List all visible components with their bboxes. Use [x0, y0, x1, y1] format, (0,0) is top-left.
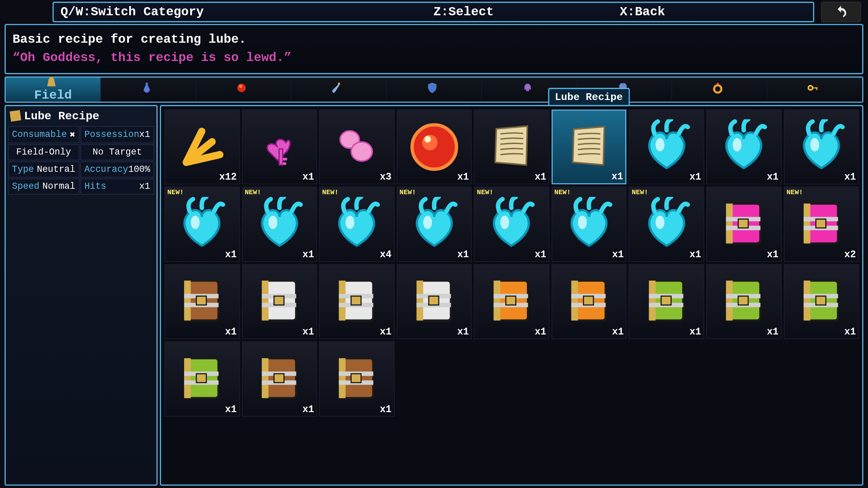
item-slot[interactable]: x1 [242, 109, 317, 185]
item-slot[interactable]: x1 [474, 109, 549, 185]
new-badge: NEW! [167, 188, 184, 197]
svg-rect-47 [661, 296, 671, 305]
item-slot[interactable]: x1 [397, 264, 472, 340]
item-slot[interactable]: x1 [706, 264, 782, 340]
svg-rect-28 [184, 281, 191, 321]
help-box: Q/W:Switch Category Z:Select X:Back [53, 2, 814, 22]
category-tabs: Field [4, 76, 863, 102]
item-quantity: x1 [767, 172, 778, 183]
item-quantity: x1 [535, 172, 546, 183]
item-slot[interactable]: x1 [319, 342, 395, 417]
red-orb-icon [236, 81, 252, 97]
category-tab-ring[interactable] [672, 78, 768, 102]
stat-cell: Possessionx1 [80, 126, 154, 143]
item-quantity: x1 [457, 172, 469, 183]
svg-rect-46 [649, 281, 655, 321]
item-quantity: x1 [225, 327, 237, 338]
item-quantity: x1 [302, 404, 314, 415]
item-quantity: x1 [612, 249, 624, 260]
svg-rect-59 [274, 373, 284, 382]
item-slot[interactable]: x1 [706, 109, 782, 185]
ring-icon [712, 81, 728, 97]
item-quantity: x4 [380, 249, 391, 260]
new-badge: NEW! [632, 188, 648, 197]
new-badge: NEW! [787, 188, 803, 197]
category-tab-potion[interactable] [101, 78, 196, 102]
detail-title: Lube Recipe [6, 106, 157, 126]
item-slot[interactable]: x12 [164, 109, 240, 185]
help-back: X:Back [620, 5, 806, 19]
item-slot[interactable]: x1 [474, 264, 549, 340]
svg-rect-53 [816, 296, 826, 305]
svg-rect-20 [816, 88, 817, 90]
category-tab-weapon[interactable] [291, 78, 387, 102]
svg-rect-43 [571, 281, 578, 321]
item-slot[interactable]: x1 [242, 264, 317, 340]
back-button[interactable] [821, 2, 861, 22]
item-slot[interactable]: x1 [629, 109, 704, 185]
item-quantity: x1 [689, 172, 701, 183]
svg-point-17 [717, 83, 719, 85]
stat-grid: Consumable✖Possessionx1Field-OnlyNo Targ… [6, 126, 157, 195]
item-slot[interactable]: NEW!x1 [164, 187, 240, 262]
item-slot[interactable]: x1 [784, 264, 859, 340]
new-badge: NEW! [322, 188, 339, 197]
item-slot[interactable]: NEW!x1 [629, 187, 704, 262]
category-tab-orb[interactable] [196, 78, 292, 102]
stat-cell: SpeedNormal [8, 179, 79, 195]
item-slot[interactable]: NEW!x2 [784, 187, 859, 262]
item-slot[interactable]: x1 [629, 264, 704, 340]
stat-cell: TypeNeutral [8, 161, 79, 177]
stat-cell: Hitsx1 [80, 179, 154, 195]
svg-rect-55 [184, 358, 191, 398]
stat-cell: Consumable✖ [8, 126, 79, 143]
item-slot[interactable]: x1 [242, 342, 317, 417]
item-quantity: x1 [689, 249, 701, 260]
category-tab-shield[interactable] [387, 78, 482, 102]
item-slot[interactable]: x3 [319, 109, 395, 185]
item-slot[interactable]: NEW!x1 [242, 187, 317, 262]
helm-icon [521, 81, 537, 97]
item-slot[interactable]: x1 [784, 109, 859, 185]
undo-icon [832, 5, 850, 19]
item-quantity: x1 [302, 327, 314, 338]
svg-rect-38 [429, 296, 438, 305]
item-slot[interactable]: NEW!x1 [397, 187, 472, 262]
stat-cell: Accuracy100% [80, 161, 154, 177]
item-slot[interactable]: x1 [706, 187, 782, 262]
item-quantity: x1 [612, 327, 624, 338]
svg-rect-52 [804, 281, 810, 321]
svg-rect-32 [274, 296, 284, 305]
svg-rect-31 [262, 281, 269, 321]
item-slot[interactable]: x1 [164, 342, 240, 417]
item-quantity: x1 [689, 327, 701, 338]
item-slot[interactable]: NEW!x1 [474, 187, 549, 262]
svg-rect-40 [494, 281, 501, 321]
svg-rect-34 [339, 281, 346, 321]
item-slot[interactable]: x1 [319, 264, 395, 340]
item-quantity: x1 [767, 327, 778, 338]
shield-icon [426, 81, 442, 97]
item-slot[interactable]: x1 [551, 109, 627, 185]
svg-rect-23 [738, 219, 748, 228]
new-badge: NEW! [477, 188, 494, 197]
item-quantity: x2 [844, 249, 856, 260]
item-slot[interactable]: NEW!x1 [551, 187, 627, 262]
stat-cell: No Target [80, 144, 154, 160]
item-quantity: x1 [844, 172, 856, 183]
item-grid-panel: Lube Recipe x12x1x3x1x1x1x1x1x1NEW!x1NEW… [160, 105, 864, 485]
item-slot[interactable]: x1 [551, 264, 627, 340]
svg-rect-61 [339, 358, 346, 398]
item-quantity: x1 [535, 327, 546, 338]
svg-rect-25 [804, 203, 810, 243]
description-box: Basic recipe for creating lube. “Oh Godd… [4, 24, 863, 74]
detail-panel: Lube Recipe Consumable✖Possessionx1Field… [4, 105, 157, 485]
category-tab-key[interactable] [768, 78, 862, 102]
item-slot[interactable]: x1 [164, 264, 240, 340]
sword-icon [331, 81, 347, 97]
item-quantity: x1 [844, 327, 856, 338]
item-slot[interactable]: NEW!x4 [319, 187, 395, 262]
category-tab-field[interactable]: Field [6, 78, 101, 102]
new-badge: NEW! [245, 188, 261, 197]
item-slot[interactable]: x1 [397, 109, 472, 185]
